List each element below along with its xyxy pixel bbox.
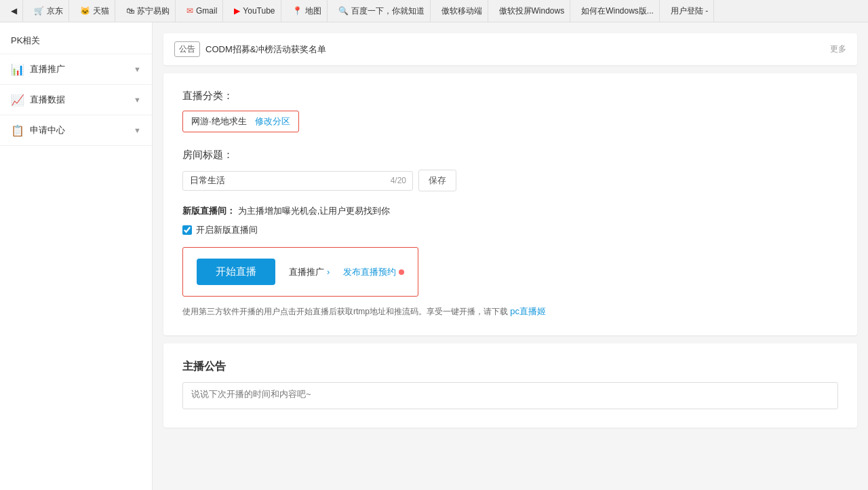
dot-badge — [399, 269, 404, 275]
jd-icon: 🛒 — [34, 6, 44, 16]
chevron-down-icon-3: ▼ — [134, 126, 141, 134]
tab-youtube[interactable]: ▶ YouTube — [229, 0, 281, 22]
announcement-textarea[interactable] — [182, 382, 838, 409]
gmail-icon: ✉ — [186, 6, 193, 16]
new-room-checkbox-label: 开启新版直播间 — [196, 224, 258, 236]
tab-baidu[interactable]: 🔍 百度一下，你就知道 — [333, 0, 431, 22]
live-promo-label: 直播推广 — [289, 266, 324, 278]
youtube-icon: ▶ — [234, 6, 240, 16]
data-icon: 📈 — [11, 93, 24, 107]
sidebar-item-data[interactable]: 📈 直播数据 ▼ — [0, 85, 152, 115]
new-room-notice: 新版直播间： 为主播增加曝光机会,让用户更易找到你 — [182, 205, 838, 217]
tab-sn[interactable]: 🛍 苏宁易购 — [121, 0, 176, 22]
host-announcement-card: 主播公告 — [163, 343, 857, 428]
tab-jd[interactable]: 🛒 京东 — [28, 0, 69, 22]
tab-tm[interactable]: 🐱 天猫 — [75, 0, 115, 22]
new-room-section: 新版直播间： 为主播增加曝光机会,让用户更易找到你 开启新版直播间 开始直播 直… — [182, 205, 838, 319]
live-promo-link[interactable]: 直播推广 › — [289, 266, 330, 278]
room-title-section: 房间标题： 4/20 保存 — [182, 149, 838, 191]
schedule-link[interactable]: 发布直播预约 — [343, 266, 404, 278]
third-party-note: 使用第三方软件开播的用户点击开始直播后获取rtmp地址和推流码。享受一键开播，请… — [182, 305, 838, 319]
category-section: 直播分类： 网游·绝地求生 修改分区 — [182, 90, 838, 135]
tab-howto[interactable]: 如何在Windows版... — [576, 0, 660, 22]
tab-mobile[interactable]: 傲软移动端 — [436, 0, 488, 22]
more-button[interactable]: 更多 — [830, 43, 846, 55]
sn-icon: 🛍 — [126, 6, 134, 16]
new-room-checkbox[interactable] — [182, 225, 192, 235]
promo-arrow-icon: › — [327, 267, 330, 277]
tm-icon: 🐱 — [80, 6, 90, 16]
map-icon: 📍 — [292, 6, 302, 16]
announcement-bar: 公告 CODM招募&冲榜活动获奖名单 更多 — [163, 33, 857, 65]
tab-login[interactable]: 用户登陆 - — [665, 0, 714, 22]
sidebar-item-center[interactable]: 📋 申请中心 ▼ — [0, 115, 152, 146]
host-announcement-title: 主播公告 — [182, 360, 838, 374]
char-count: 4/20 — [391, 176, 406, 185]
category-label: 直播分类： — [182, 90, 838, 102]
chevron-down-icon: ▼ — [134, 65, 141, 73]
chevron-down-icon-2: ▼ — [134, 96, 141, 104]
main-layout: PK相关 📊 直播推广 ▼ 📈 直播数据 ▼ 📋 申请中心 ▼ — [0, 22, 868, 490]
new-room-checkbox-row: 开启新版直播间 — [182, 224, 838, 236]
category-box: 网游·绝地求生 修改分区 — [182, 111, 299, 132]
tab-back[interactable]: ◀ — [5, 0, 23, 22]
announcement-badge: 公告 — [174, 41, 200, 57]
center-icon: 📋 — [11, 124, 24, 137]
change-category-link[interactable]: 修改分区 — [255, 115, 290, 128]
announcement-text: CODM招募&冲榜活动获奖名单 — [205, 43, 326, 56]
start-live-button[interactable]: 开始直播 — [197, 259, 275, 285]
new-room-label: 新版直播间： — [182, 206, 235, 216]
tab-windows[interactable]: 傲软投屏Windows — [494, 0, 571, 22]
tab-map[interactable]: 📍 地图 — [287, 0, 328, 22]
content-area: 公告 CODM招募&冲榜活动获奖名单 更多 直播分类： 网游·绝地求生 修改分区… — [153, 22, 868, 490]
tab-gmail[interactable]: ✉ Gmail — [181, 0, 223, 22]
new-room-desc: 为主播增加曝光机会,让用户更易找到你 — [238, 206, 391, 216]
back-icon[interactable]: ◀ — [11, 6, 17, 16]
sidebar: PK相关 📊 直播推广 ▼ 📈 直播数据 ▼ 📋 申请中心 ▼ — [0, 22, 153, 490]
schedule-label: 发布直播预约 — [343, 266, 396, 278]
save-title-button[interactable]: 保存 — [418, 170, 456, 191]
sidebar-top-pk: PK相关 — [0, 28, 152, 54]
stream-settings-card: 直播分类： 网游·绝地求生 修改分区 房间标题： 4/20 保存 — [163, 73, 857, 335]
sidebar-item-promo[interactable]: 📊 直播推广 ▼ — [0, 54, 152, 85]
browser-bar: ◀ 🛒 京东 🐱 天猫 🛍 苏宁易购 ✉ Gmail ▶ YouTube 📍 地… — [0, 0, 868, 22]
category-value: 网游·绝地求生 — [191, 115, 247, 128]
pc-link[interactable]: pc直播姬 — [510, 306, 546, 316]
promo-icon: 📊 — [11, 62, 24, 76]
room-title-label: 房间标题： — [182, 149, 838, 162]
baidu-icon: 🔍 — [338, 6, 349, 16]
action-area: 开始直播 直播推广 › 发布直播预约 — [182, 247, 418, 297]
room-title-input[interactable] — [182, 171, 413, 191]
